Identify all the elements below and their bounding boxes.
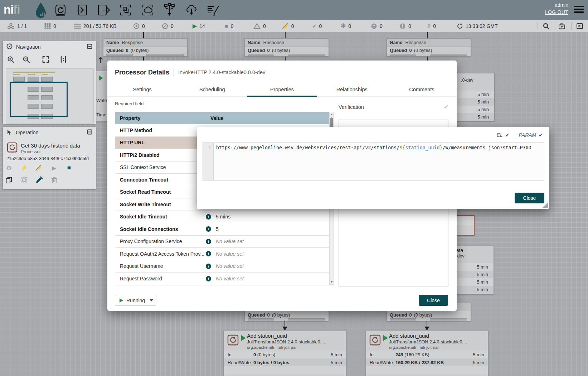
- table-row[interactable]: Socket Idle Timeouti5 mins: [115, 211, 334, 223]
- run-status-label: Running: [126, 298, 145, 303]
- processor-jolt-left[interactable]: Add station_uuid JoltTransformJSON 2.4.0…: [224, 330, 346, 376]
- refresh-icon[interactable]: [457, 23, 463, 29]
- configure-icon[interactable]: ⚙: [5, 164, 13, 172]
- tab-relationships[interactable]: Relationships: [317, 82, 387, 97]
- copy-icon[interactable]: [5, 177, 13, 184]
- connection-label[interactable]: NameResponse Queued0(0 bytes): [244, 38, 329, 57]
- table-row[interactable]: Request OAuth2 Access Token Prov...iNo v…: [115, 248, 334, 260]
- connection-name-label: Name: [248, 40, 260, 45]
- minimap-viewport[interactable]: [10, 82, 68, 117]
- connection-label[interactable]: NameResponse Queued0(0 bytes): [103, 38, 188, 57]
- threads-icon: [44, 23, 51, 29]
- locally-modified-stale-icon: [399, 23, 406, 29]
- stat-duration: 5 min: [477, 107, 489, 112]
- editor-close-button[interactable]: Close: [515, 193, 544, 203]
- leave-group-icon[interactable]: [97, 56, 104, 64]
- processor-jolt-right[interactable]: Add station_uuid JoltTransformJSON 2.4.0…: [366, 330, 488, 376]
- navigation-panel: Navigation: [3, 41, 96, 124]
- dialog-subtitle: InvokeHTTP 2.4.0-stackable0.0.0-dev: [178, 69, 265, 75]
- tab-settings[interactable]: Settings: [107, 82, 177, 97]
- threads-count: 0: [53, 23, 56, 29]
- enable-icon[interactable]: ⚡: [20, 165, 28, 171]
- birdseye-minimap[interactable]: [6, 68, 94, 124]
- zoom-out-icon[interactable]: [23, 56, 30, 65]
- stat-duration: 5 min: [324, 360, 342, 365]
- param-supported-flag[interactable]: PARAM✔: [519, 132, 543, 138]
- zoom-actual-icon[interactable]: [60, 56, 67, 64]
- search-icon[interactable]: [543, 23, 550, 30]
- queued-count: 201 / 53.76 KB: [83, 23, 117, 29]
- new-remote-process-group-button[interactable]: [140, 3, 155, 18]
- user-area: admin LOG OUT: [545, 2, 568, 15]
- info-icon: i: [206, 239, 211, 244]
- verification-check-icon[interactable]: ✔: [444, 103, 448, 110]
- global-menu-icon[interactable]: [574, 6, 584, 14]
- processor-icon: [6, 142, 18, 155]
- new-label-button[interactable]: [205, 3, 220, 18]
- status-bar: 1 / 1 0 201 / 53.76 KB 0 0 ▶14 ■0 0 ⚡0 ✔…: [0, 20, 588, 32]
- collapse-icon[interactable]: [87, 129, 92, 136]
- connection-label[interactable]: NameResponse Queued0(0 bytes): [387, 38, 471, 57]
- new-output-port-button[interactable]: [96, 3, 111, 18]
- value-code-editor[interactable]: 1 https://www.pegelonline.wsv.de/webserv…: [202, 143, 544, 180]
- queued-label: Queued: [106, 48, 123, 53]
- new-input-port-button[interactable]: [74, 3, 89, 18]
- table-row[interactable]: Request PasswordiNo value set: [115, 273, 334, 285]
- table-row[interactable]: Socket Idle Connectionsi5: [115, 223, 334, 236]
- property-column-header: Property: [115, 115, 210, 121]
- processor-name: Add station_uuid: [247, 333, 287, 339]
- toolbox-icon[interactable]: [558, 23, 565, 30]
- stat-count: 249: [395, 352, 403, 357]
- running-status-icon: [241, 335, 246, 341]
- queued-count: 0: [126, 48, 128, 53]
- tab-comments[interactable]: Comments: [387, 82, 457, 97]
- delete-icon[interactable]: [50, 176, 58, 184]
- zoom-fit-icon[interactable]: [42, 56, 49, 64]
- new-process-group-button[interactable]: [118, 3, 133, 18]
- stat-duration: 5 min: [477, 99, 489, 105]
- operation-panel: Operation Get 30 days historic data Proc…: [3, 127, 96, 189]
- queued-count: 0: [409, 48, 412, 53]
- queued-size: (0 bytes): [272, 48, 290, 53]
- cluster-count: 1 / 1: [17, 23, 27, 29]
- zoom-in-icon[interactable]: [7, 56, 15, 65]
- queued-label: Queued: [390, 48, 407, 53]
- processor-type: JoltTransformJSON 2.4.0-stackable0....: [247, 339, 325, 344]
- connection-name-label: Name: [390, 40, 402, 45]
- minimap-block: [13, 77, 25, 82]
- table-row[interactable]: Proxy Configuration ServiceiNo value set: [115, 236, 334, 248]
- dialog-close-button[interactable]: Close: [419, 295, 448, 306]
- new-funnel-button[interactable]: [162, 3, 177, 18]
- running-status-icon: [120, 298, 123, 303]
- stat-duration: 5 min: [477, 114, 489, 120]
- tab-scheduling[interactable]: Scheduling: [177, 82, 247, 97]
- editor-value-text[interactable]: https://www.pegelonline.wsv.de/webservic…: [214, 143, 544, 180]
- property-value-editor-popup: EL✔ PARAM✔ 1 https://www.pegelonline.wsv…: [197, 127, 549, 209]
- new-processor-button[interactable]: [53, 3, 68, 18]
- table-row[interactable]: Request UsernameiNo value set: [115, 260, 334, 273]
- check-icon: ✔: [505, 132, 510, 138]
- group-icon[interactable]: [20, 177, 28, 184]
- queued-size: (0 bytes): [414, 48, 432, 53]
- resize-handle[interactable]: [543, 202, 548, 208]
- disable-icon[interactable]: ⚡: [35, 165, 43, 171]
- invalid-icon: [253, 23, 261, 29]
- transmitting-count: 0: [142, 23, 145, 29]
- start-icon[interactable]: ▶: [50, 165, 58, 172]
- disabled-icon: ⚡: [282, 23, 289, 29]
- stale-count: 0: [380, 23, 383, 29]
- connection-line: [285, 320, 285, 327]
- collapse-icon[interactable]: [87, 44, 92, 50]
- tab-properties[interactable]: Properties: [247, 82, 317, 97]
- import-from-registry-button[interactable]: [184, 3, 199, 18]
- run-status-button[interactable]: Running: [115, 295, 156, 306]
- el-supported-flag[interactable]: EL✔: [497, 132, 510, 138]
- stat-duration: 5 min: [477, 92, 489, 97]
- color-icon[interactable]: [35, 176, 43, 184]
- operation-title: Operation: [16, 130, 39, 135]
- logout-link[interactable]: LOG OUT: [545, 9, 568, 15]
- navigation-title: Navigation: [16, 44, 41, 50]
- stop-icon[interactable]: ■: [65, 164, 73, 172]
- up-to-date-count: 0: [319, 23, 322, 29]
- birdseye-icon[interactable]: [576, 23, 583, 30]
